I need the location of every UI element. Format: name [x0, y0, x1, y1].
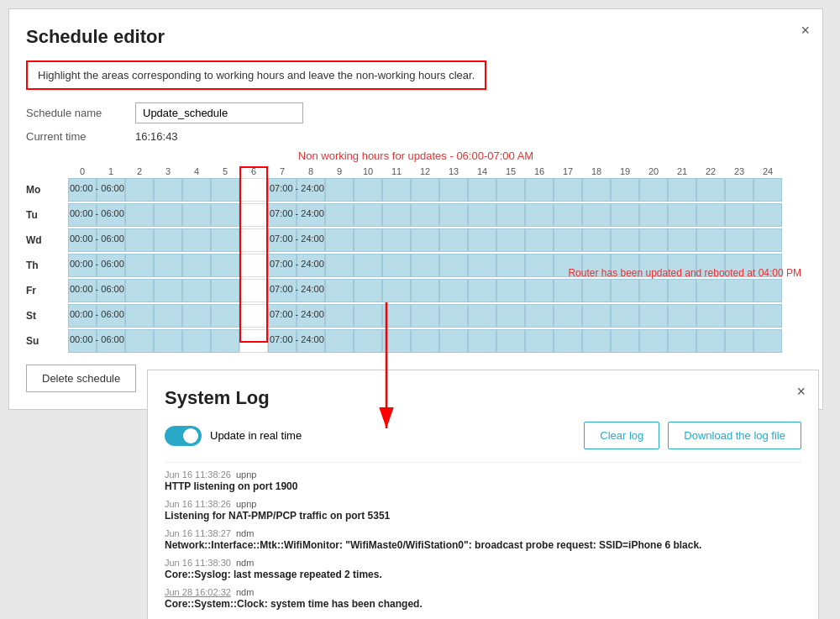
cell-hour-0[interactable]	[68, 203, 97, 227]
cell-hour-9[interactable]	[325, 304, 354, 328]
cell-hour-13[interactable]	[439, 178, 468, 202]
cell-hour-18[interactable]	[582, 329, 611, 353]
cell-hour-21[interactable]	[668, 228, 696, 252]
cell-hour-16[interactable]	[525, 254, 554, 277]
cell-hour-14[interactable]	[468, 228, 496, 252]
day-cells-mo[interactable]: 00:00 - 06:0007:00 - 24:00	[68, 178, 782, 202]
cell-hour-23[interactable]	[725, 228, 753, 252]
clear-log-button[interactable]: Clear log	[584, 422, 659, 449]
cell-hour-4[interactable]	[182, 178, 211, 202]
cell-hour-0[interactable]	[68, 178, 97, 202]
cell-hour-13[interactable]	[439, 279, 468, 302]
cell-hour-2[interactable]	[125, 304, 154, 328]
cell-hour-17[interactable]	[554, 228, 582, 252]
cell-hour-2[interactable]	[125, 254, 154, 277]
cell-hour-8[interactable]	[297, 228, 325, 252]
cell-hour-6[interactable]	[239, 228, 268, 252]
cell-hour-5[interactable]	[211, 178, 239, 202]
cell-hour-18[interactable]	[582, 228, 611, 252]
cell-hour-6[interactable]	[239, 304, 268, 328]
cell-hour-24[interactable]	[753, 203, 782, 227]
cell-hour-9[interactable]	[325, 228, 354, 252]
cell-hour-1[interactable]	[97, 304, 125, 328]
cell-hour-17[interactable]	[554, 329, 582, 353]
cell-hour-22[interactable]	[696, 178, 725, 202]
cell-hour-6[interactable]	[239, 178, 268, 202]
cell-hour-11[interactable]	[382, 203, 411, 227]
cell-hour-19[interactable]	[611, 279, 639, 302]
schedule-editor-close-button[interactable]: ×	[801, 22, 810, 39]
cell-hour-13[interactable]	[439, 304, 468, 328]
cell-hour-15[interactable]	[496, 254, 525, 277]
cell-hour-8[interactable]	[297, 279, 325, 302]
cell-hour-3[interactable]	[154, 203, 182, 227]
cell-hour-9[interactable]	[325, 329, 354, 353]
cell-hour-18[interactable]	[582, 279, 611, 302]
cell-hour-11[interactable]	[382, 254, 411, 277]
cell-hour-10[interactable]	[354, 279, 382, 302]
cell-hour-6[interactable]	[239, 203, 268, 227]
cell-hour-17[interactable]	[554, 203, 582, 227]
cell-hour-18[interactable]	[582, 178, 611, 202]
cell-hour-4[interactable]	[182, 254, 211, 277]
cell-hour-7[interactable]	[268, 304, 297, 328]
cell-hour-23[interactable]	[725, 203, 753, 227]
cell-hour-19[interactable]	[611, 304, 639, 328]
cell-hour-11[interactable]	[382, 329, 411, 353]
day-cells-st[interactable]: 00:00 - 06:0007:00 - 24:00	[68, 304, 782, 328]
cell-hour-5[interactable]	[211, 329, 239, 353]
cell-hour-9[interactable]	[325, 203, 354, 227]
cell-hour-7[interactable]	[268, 329, 297, 353]
cell-hour-7[interactable]	[268, 228, 297, 252]
cell-hour-15[interactable]	[496, 228, 525, 252]
cell-hour-0[interactable]	[68, 279, 97, 302]
cell-hour-1[interactable]	[97, 329, 125, 353]
cell-hour-18[interactable]	[582, 203, 611, 227]
cell-hour-2[interactable]	[125, 279, 154, 302]
cell-hour-8[interactable]	[297, 203, 325, 227]
cell-hour-21[interactable]	[668, 304, 696, 328]
cell-hour-1[interactable]	[97, 178, 125, 202]
cell-hour-5[interactable]	[211, 203, 239, 227]
cell-hour-13[interactable]	[439, 329, 468, 353]
cell-hour-6[interactable]	[239, 329, 268, 353]
cell-hour-8[interactable]	[297, 304, 325, 328]
cell-hour-3[interactable]	[154, 254, 182, 277]
cell-hour-6[interactable]	[239, 279, 268, 302]
cell-hour-15[interactable]	[496, 203, 525, 227]
cell-hour-3[interactable]	[154, 228, 182, 252]
cell-hour-24[interactable]	[753, 329, 782, 353]
cell-hour-13[interactable]	[439, 203, 468, 227]
cell-hour-11[interactable]	[382, 279, 411, 302]
cell-hour-5[interactable]	[211, 254, 239, 277]
cell-hour-11[interactable]	[382, 178, 411, 202]
cell-hour-22[interactable]	[696, 304, 725, 328]
cell-hour-0[interactable]	[68, 228, 97, 252]
cell-hour-12[interactable]	[411, 228, 439, 252]
cell-hour-1[interactable]	[97, 254, 125, 277]
cell-hour-13[interactable]	[439, 254, 468, 277]
cell-hour-12[interactable]	[411, 203, 439, 227]
cell-hour-20[interactable]	[639, 178, 668, 202]
cell-hour-0[interactable]	[68, 304, 97, 328]
cell-hour-23[interactable]	[725, 304, 753, 328]
cell-hour-23[interactable]	[725, 329, 753, 353]
cell-hour-22[interactable]	[696, 279, 725, 302]
cell-hour-12[interactable]	[411, 178, 439, 202]
cell-hour-19[interactable]	[611, 228, 639, 252]
cell-hour-9[interactable]	[325, 254, 354, 277]
cell-hour-11[interactable]	[382, 228, 411, 252]
cell-hour-8[interactable]	[297, 178, 325, 202]
cell-hour-13[interactable]	[439, 228, 468, 252]
cell-hour-0[interactable]	[68, 329, 97, 353]
cell-hour-2[interactable]	[125, 228, 154, 252]
cell-hour-3[interactable]	[154, 329, 182, 353]
cell-hour-10[interactable]	[354, 228, 382, 252]
cell-hour-17[interactable]	[554, 304, 582, 328]
cell-hour-3[interactable]	[154, 279, 182, 302]
cell-hour-1[interactable]	[97, 203, 125, 227]
day-cells-fr[interactable]: 00:00 - 06:0007:00 - 24:00	[68, 279, 782, 302]
cell-hour-1[interactable]	[97, 228, 125, 252]
cell-hour-2[interactable]	[125, 178, 154, 202]
download-log-button[interactable]: Download the log file	[668, 422, 801, 449]
